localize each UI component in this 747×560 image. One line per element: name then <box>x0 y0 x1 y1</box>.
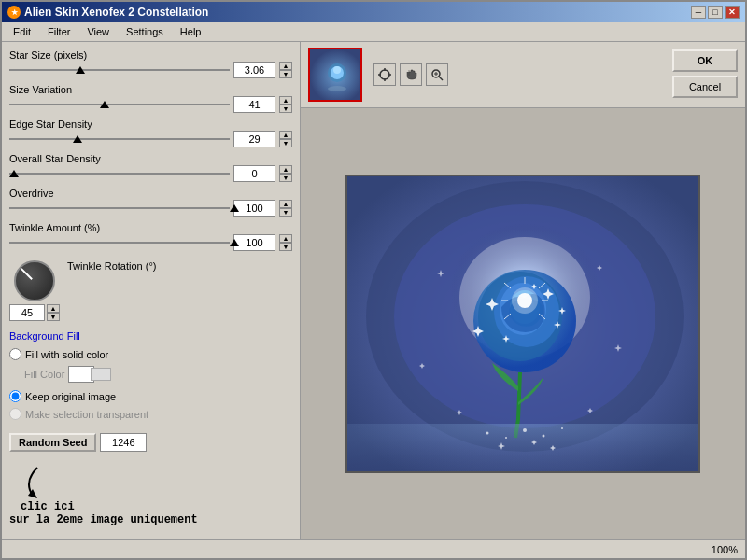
star-size-track[interactable] <box>9 63 230 77</box>
overall-density-track[interactable] <box>9 166 230 181</box>
cancel-button[interactable]: Cancel <box>672 76 738 98</box>
star-size-label: Star Size (pixels) <box>9 49 292 61</box>
size-variation-input[interactable] <box>233 96 275 113</box>
thumb-glow <box>333 66 341 74</box>
hand-tool-button[interactable] <box>400 63 422 86</box>
star-size-thumb[interactable] <box>76 66 85 74</box>
star-size-up[interactable]: ▲ <box>279 62 292 70</box>
twinkle-amount-track[interactable] <box>9 235 230 250</box>
overall-density-down[interactable]: ▼ <box>279 174 292 182</box>
svg-point-23 <box>543 435 545 438</box>
overdrive-line <box>9 207 230 209</box>
size-variation-line <box>9 104 230 105</box>
ok-button[interactable]: OK <box>672 49 738 72</box>
maximize-button[interactable]: □ <box>708 6 723 19</box>
overdrive-up[interactable]: ▲ <box>279 200 292 208</box>
menu-edit[interactable]: Edit <box>6 24 38 39</box>
make-transparent-row: Make selection transparent <box>9 408 292 420</box>
twinkle-amount-input[interactable] <box>233 234 275 251</box>
twinkle-amount-up[interactable]: ▲ <box>279 234 292 243</box>
hand-tool-icon <box>403 67 418 82</box>
size-variation-thumb[interactable] <box>100 101 109 108</box>
edge-density-thumb[interactable] <box>73 135 82 143</box>
select-tool-icon <box>377 67 392 82</box>
overall-density-control: Overall Star Density ▲ ▼ <box>9 153 292 182</box>
twinkle-rotation-input[interactable] <box>9 304 45 321</box>
edge-density-down[interactable]: ▼ <box>279 139 292 147</box>
menu-view[interactable]: View <box>79 24 117 39</box>
statusbar: 100% <box>2 539 745 558</box>
twinkle-amount-line <box>9 242 230 244</box>
edge-density-spinner: ▲ ▼ <box>279 131 292 147</box>
size-variation-slider-row: ▲ ▼ <box>9 96 292 113</box>
overall-density-slider-row: ▲ ▼ <box>9 165 292 182</box>
svg-point-24 <box>561 427 563 429</box>
overall-density-input[interactable] <box>233 165 275 182</box>
edge-density-track[interactable] <box>9 132 230 147</box>
select-tool-button[interactable] <box>374 63 396 86</box>
right-panel: OK Cancel <box>301 42 745 539</box>
dial-container: ▲ ▼ <box>9 260 60 321</box>
overdrive-slider-row: ▲ ▼ <box>9 200 292 217</box>
svg-point-22 <box>523 428 527 432</box>
overall-density-up[interactable]: ▲ <box>279 165 292 174</box>
edge-density-up[interactable]: ▲ <box>279 131 292 139</box>
star-size-input[interactable] <box>233 62 275 78</box>
overall-density-line <box>9 173 230 175</box>
background-fill-header: Background Fill <box>9 330 292 342</box>
seed-value-input[interactable] <box>100 433 147 452</box>
titlebar: ★ Alien Skin Xenofex 2 Constellation ─ □… <box>2 2 745 22</box>
star-size-slider-row: ▲ ▼ <box>9 62 292 78</box>
preview-thumbnail[interactable] <box>308 48 362 102</box>
keep-original-label: Keep original image <box>25 391 116 402</box>
preview-image-container <box>345 175 700 473</box>
content-area: Star Size (pixels) ▲ ▼ Size Vari <box>2 42 745 539</box>
size-variation-control: Size Variation ▲ ▼ <box>9 84 292 113</box>
fill-solid-row: Fill with solid color <box>9 348 292 360</box>
twinkle-amount-label: Twinkle Amount (%) <box>9 222 292 233</box>
fill-color-overlay-swatch[interactable] <box>91 368 111 381</box>
edge-density-label: Edge Star Density <box>9 119 292 130</box>
overdrive-input[interactable] <box>233 200 275 217</box>
make-transparent-radio[interactable] <box>9 408 21 420</box>
make-transparent-label: Make selection transparent <box>25 409 148 420</box>
menubar: Edit Filter View Settings Help <box>2 22 745 42</box>
twinkle-rotation-up[interactable]: ▲ <box>47 304 60 313</box>
minimize-button[interactable]: ─ <box>691 6 706 19</box>
twinkle-amount-down[interactable]: ▼ <box>279 243 292 251</box>
star-size-spinner: ▲ ▼ <box>279 62 292 78</box>
menu-settings[interactable]: Settings <box>119 24 171 39</box>
keep-original-radio[interactable] <box>9 390 21 402</box>
size-variation-spinner: ▲ ▼ <box>279 96 292 113</box>
titlebar-buttons: ─ □ ✕ <box>691 6 740 19</box>
overdrive-thumb[interactable] <box>230 204 239 212</box>
twinkle-rotation-dial[interactable] <box>14 260 55 301</box>
twinkle-rotation-label-area: Twinkle Rotation (°) <box>67 260 292 272</box>
overdrive-track[interactable] <box>9 201 230 216</box>
preview-area <box>301 108 745 539</box>
overdrive-down[interactable]: ▼ <box>279 208 292 217</box>
zoom-tool-button[interactable] <box>426 63 448 86</box>
twinkle-rotation-label: Twinkle Rotation (°) <box>67 260 292 272</box>
size-variation-up[interactable]: ▲ <box>279 96 292 105</box>
twinkle-amount-thumb[interactable] <box>230 239 239 246</box>
close-button[interactable]: ✕ <box>725 6 740 19</box>
star-size-control: Star Size (pixels) ▲ ▼ <box>9 49 292 78</box>
dial-indicator <box>21 268 33 280</box>
edge-density-input[interactable] <box>233 131 275 147</box>
fill-solid-radio[interactable] <box>9 348 21 360</box>
menu-help[interactable]: Help <box>173 24 209 39</box>
edge-density-line <box>9 138 230 140</box>
zoom-tool-icon <box>430 67 444 82</box>
svg-point-21 <box>505 437 507 439</box>
size-variation-label: Size Variation <box>9 84 292 95</box>
size-variation-track[interactable] <box>9 97 230 112</box>
edge-density-control: Edge Star Density ▲ ▼ <box>9 119 292 147</box>
twinkle-amount-slider-row: ▲ ▼ <box>9 234 292 251</box>
size-variation-down[interactable]: ▼ <box>279 105 292 113</box>
overall-density-thumb[interactable] <box>9 170 19 177</box>
twinkle-rotation-down[interactable]: ▼ <box>47 313 60 321</box>
random-seed-button[interactable]: Random Seed <box>9 433 96 452</box>
star-size-down[interactable]: ▼ <box>279 70 292 78</box>
menu-filter[interactable]: Filter <box>40 24 78 39</box>
